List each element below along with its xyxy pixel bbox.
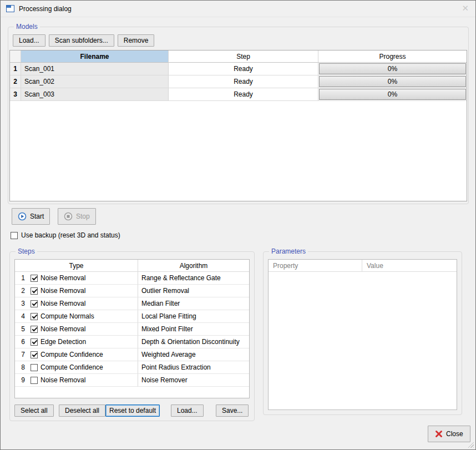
scan-subfolders-button[interactable]: Scan subfolders... <box>49 34 114 47</box>
save-steps-button[interactable]: Save... <box>216 405 249 417</box>
model-row-header[interactable]: 3 <box>10 88 21 101</box>
model-progress-cell: 0% <box>318 88 467 101</box>
model-progress-cell: 0% <box>318 75 467 88</box>
window-icon <box>6 5 14 12</box>
step-checkbox[interactable] <box>31 377 38 384</box>
step-algorithm-cell[interactable]: Mixed Point Filter <box>138 323 249 336</box>
model-filename-cell[interactable]: Scan_001 <box>21 63 169 75</box>
remove-button[interactable]: Remove <box>118 34 155 47</box>
close-button[interactable]: Close <box>428 426 470 442</box>
step-row-number: 5 <box>15 323 28 336</box>
column-header-property[interactable]: Property <box>269 260 362 272</box>
step-checkbox[interactable] <box>31 338 38 346</box>
models-table: Filename Step Progress 1 Scan_001 Ready … <box>9 50 467 201</box>
step-row-number: 9 <box>15 374 28 387</box>
step-type-cell[interactable]: Noise Removal <box>28 297 138 310</box>
select-all-button[interactable]: Select all <box>14 405 54 417</box>
step-algorithm-cell[interactable]: Point Radius Extraction <box>138 361 249 374</box>
model-row-header[interactable]: 2 <box>10 75 21 88</box>
step-type-cell[interactable]: Compute Confidence <box>28 361 138 374</box>
column-header-filename[interactable]: Filename <box>21 50 169 63</box>
reset-to-default-button[interactable]: Reset to default <box>105 405 160 417</box>
step-row-number: 4 <box>15 310 28 323</box>
model-step-cell[interactable]: Ready <box>169 88 318 101</box>
step-type-label: Noise Removal <box>40 376 85 384</box>
step-algorithm-cell[interactable]: Depth & Orientation Discontinuity <box>138 336 249 348</box>
step-row-number: 8 <box>15 361 28 374</box>
step-type-cell[interactable]: Edge Detection <box>28 336 138 348</box>
parameters-group: Parameters Property Value <box>263 251 462 415</box>
step-type-cell[interactable]: Noise Removal <box>28 285 138 297</box>
step-checkbox[interactable] <box>31 364 38 371</box>
step-row-number: 7 <box>15 348 28 361</box>
step-checkbox[interactable] <box>31 275 38 282</box>
stop-button[interactable]: Stop <box>58 208 96 225</box>
step-type-label: Compute Confidence <box>40 351 103 358</box>
progress-bar: 0% <box>319 89 466 100</box>
deselect-all-button[interactable]: Deselect all <box>59 405 105 417</box>
models-toolbar: Load... Scan subfolders... Remove <box>13 34 154 47</box>
models-group: Models Load... Scan subfolders... Remove… <box>8 27 469 204</box>
models-table-corner[interactable] <box>10 50 21 63</box>
step-type-cell[interactable]: Noise Removal <box>28 323 138 336</box>
step-type-label: Noise Removal <box>40 300 85 307</box>
load-models-button[interactable]: Load... <box>13 34 45 47</box>
model-filename-cell[interactable]: Scan_002 <box>21 75 169 88</box>
step-type-label: Compute Confidence <box>40 363 103 371</box>
step-type-cell[interactable]: Noise Removal <box>28 374 138 387</box>
steps-table: Type Algorithm 1 Noise Removal Range & R… <box>14 259 250 398</box>
step-algorithm-cell[interactable]: Noise Remover <box>138 374 249 387</box>
titlebar-close-icon[interactable]: ✕ <box>462 3 469 13</box>
use-backup-label: Use backup (reset 3D and status) <box>21 231 120 239</box>
step-type-label: Edge Detection <box>40 338 86 346</box>
steps-group-label: Steps <box>16 247 37 255</box>
model-progress-cell: 0% <box>318 63 467 75</box>
step-type-label: Noise Removal <box>40 274 85 282</box>
steps-group: Steps Type Algorithm 1 Noise Removal Ran… <box>9 251 255 421</box>
model-step-cell[interactable]: Ready <box>169 63 318 75</box>
step-type-cell[interactable]: Compute Confidence <box>28 348 138 361</box>
parameters-table: Property Value <box>268 259 457 410</box>
step-type-cell[interactable]: Compute Normals <box>28 310 138 323</box>
step-checkbox[interactable] <box>31 326 38 333</box>
start-button-label: Start <box>30 213 44 220</box>
step-algorithm-cell[interactable]: Range & Reflectance Gate <box>138 272 249 285</box>
progress-bar: 0% <box>319 76 466 87</box>
model-row-header[interactable]: 1 <box>10 63 21 75</box>
column-header-value[interactable]: Value <box>362 260 457 272</box>
use-backup-checkbox[interactable] <box>11 232 18 239</box>
step-row-number: 6 <box>15 336 28 348</box>
titlebar: Processing dialog ✕ <box>1 1 475 17</box>
step-checkbox[interactable] <box>31 351 38 358</box>
column-header-step[interactable]: Step <box>169 50 318 63</box>
use-backup-row[interactable]: Use backup (reset 3D and status) <box>11 231 120 239</box>
step-type-label: Compute Normals <box>40 312 94 320</box>
step-algorithm-cell[interactable]: Median Filter <box>138 297 249 310</box>
load-steps-button[interactable]: Load... <box>171 405 204 417</box>
column-header-algorithm[interactable]: Algorithm <box>138 260 249 272</box>
progress-label: 0% <box>388 65 397 73</box>
window-title: Processing dialog <box>19 5 72 13</box>
column-header-progress[interactable]: Progress <box>318 50 467 63</box>
step-row-number: 2 <box>15 285 28 297</box>
model-filename-cell[interactable]: Scan_003 <box>21 88 169 101</box>
progress-label: 0% <box>388 90 397 98</box>
start-button[interactable]: Start <box>12 208 50 225</box>
processing-dialog: { "window": { "title": "Processing dialo… <box>0 0 476 450</box>
step-checkbox[interactable] <box>31 287 38 295</box>
step-algorithm-cell[interactable]: Outlier Removal <box>138 285 249 297</box>
models-group-label: Models <box>14 23 40 31</box>
model-step-cell[interactable]: Ready <box>169 75 318 88</box>
step-type-cell[interactable]: Noise Removal <box>28 272 138 285</box>
progress-label: 0% <box>388 78 397 85</box>
column-header-type[interactable]: Type <box>15 260 138 272</box>
models-table-empty-area <box>10 101 467 201</box>
play-circle-icon <box>18 212 27 221</box>
step-checkbox[interactable] <box>31 313 38 320</box>
step-algorithm-cell[interactable]: Local Plane Fitting <box>138 310 249 323</box>
step-algorithm-cell[interactable]: Weighted Average <box>138 348 249 361</box>
step-checkbox[interactable] <box>31 300 38 307</box>
close-button-label: Close <box>446 430 463 438</box>
step-row-number: 3 <box>15 297 28 310</box>
steps-table-empty-area <box>15 387 249 398</box>
